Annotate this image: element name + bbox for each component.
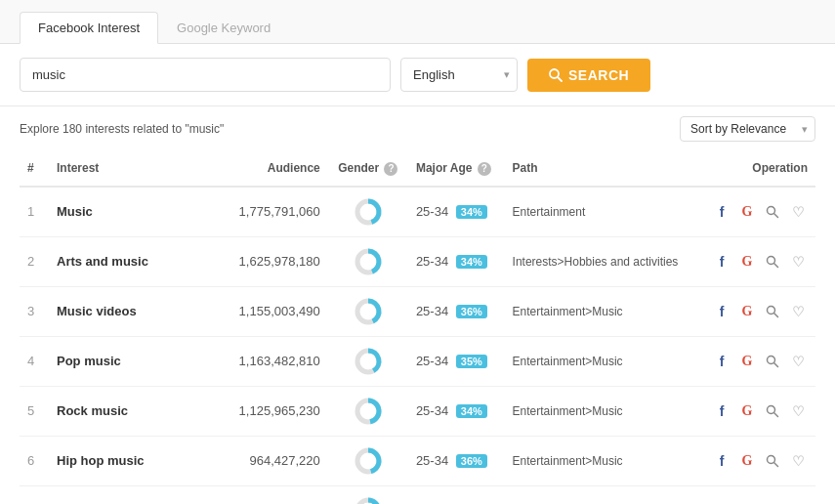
google-icon[interactable]: G (737, 352, 757, 371)
facebook-icon[interactable]: f (712, 401, 731, 421)
path-cell: Entertainment>Music (505, 485, 697, 504)
google-icon[interactable]: G (737, 501, 757, 505)
op-icons: f G ♡ (705, 401, 808, 421)
table-row: 2 Arts and music 1,625,978,180 25-34 34%… (20, 236, 815, 286)
audience-num: 895,941,590 (225, 485, 327, 504)
google-icon[interactable]: G (737, 401, 757, 421)
gender-info-icon[interactable]: ? (384, 162, 397, 176)
search-op-icon[interactable] (763, 252, 782, 272)
gender-donut (354, 446, 383, 476)
search-op-icon[interactable] (763, 501, 782, 505)
row-num: 3 (20, 286, 49, 336)
facebook-icon[interactable]: f (712, 352, 731, 371)
language-wrapper: English French Spanish (400, 58, 518, 92)
facebook-icon[interactable]: f (712, 202, 731, 222)
facebook-icon[interactable]: f (712, 302, 731, 321)
table-row: 4 Pop music 1,163,482,810 25-34 35% Ente… (20, 336, 815, 386)
svg-point-3 (362, 206, 374, 218)
op-icons: f G ♡ (705, 451, 808, 471)
google-icon[interactable]: G (737, 302, 757, 321)
row-num: 5 (20, 386, 49, 436)
age-badge: 34% (456, 205, 487, 219)
heart-icon[interactable]: ♡ (788, 501, 808, 505)
major-age-cell: 25-34 36% (408, 436, 505, 485)
col-num: # (20, 151, 49, 187)
operation-cell: f G ♡ (697, 286, 815, 336)
svg-line-9 (774, 263, 778, 267)
major-age-cell: 25-34 35% (408, 336, 505, 386)
op-icons: f G ♡ (705, 252, 808, 272)
interest-name: Arts and music (49, 236, 225, 286)
operation-cell: f G ♡ (697, 187, 815, 237)
path-cell: Entertainment (505, 187, 697, 237)
sort-select[interactable]: Sort by Relevance Sort by Audience Sort … (680, 116, 815, 142)
op-icons: f G ♡ (705, 302, 808, 321)
age-info-icon[interactable]: ? (478, 162, 491, 176)
tab-facebook-interest[interactable]: Facebook Interest (20, 12, 158, 44)
search-op-icon[interactable] (763, 302, 782, 321)
search-input[interactable] (20, 58, 391, 92)
major-age-cell: 25-34 34% (408, 236, 505, 286)
age-badge: 35% (456, 355, 487, 368)
gender-donut (354, 297, 383, 326)
col-interest: Interest (49, 151, 225, 187)
tab-google-keyword[interactable]: Google Keyword (158, 12, 289, 44)
path-cell: Entertainment>Music (505, 336, 697, 386)
col-operation: Operation (697, 151, 815, 187)
heart-icon[interactable]: ♡ (788, 352, 808, 371)
col-gender: Gender ? (328, 151, 408, 187)
search-op-icon[interactable] (763, 451, 782, 471)
table-body: 1 Music 1,775,791,060 25-34 34% Entertai… (20, 187, 815, 505)
audience-num: 1,125,965,230 (225, 386, 327, 436)
gender-cell (328, 386, 408, 436)
path-cell: Entertainment>Music (505, 436, 697, 485)
search-op-icon[interactable] (763, 352, 782, 371)
heart-icon[interactable]: ♡ (788, 401, 808, 421)
interest-name: Music (49, 187, 225, 237)
search-button-label: SEARCH (568, 67, 629, 83)
gender-cell (328, 187, 408, 237)
operation-cell: f G ♡ (697, 436, 815, 485)
row-num: 7 (20, 485, 49, 504)
audience-num: 1,155,003,490 (225, 286, 327, 336)
operation-cell: f G ♡ (697, 236, 815, 286)
results-table: # Interest Audience Gender ? Major Age ?… (20, 151, 815, 504)
facebook-icon[interactable]: f (712, 252, 731, 272)
age-badge: 34% (456, 255, 487, 269)
op-icons: f G ♡ (705, 202, 808, 222)
major-age-cell: 25-34 34% (408, 386, 505, 436)
results-header: Explore 180 interests related to "music"… (0, 106, 835, 151)
gender-cell (328, 286, 408, 336)
operation-cell: f G ♡ (697, 336, 815, 386)
table-header-row: # Interest Audience Gender ? Major Age ?… (20, 151, 815, 187)
age-badge: 36% (456, 305, 487, 318)
search-op-icon[interactable] (763, 202, 782, 222)
interest-name: Pop music (49, 336, 225, 386)
google-icon[interactable]: G (737, 252, 757, 272)
row-num: 6 (20, 436, 49, 485)
major-age-cell: 25-34 36% (408, 286, 505, 336)
language-select[interactable]: English French Spanish (400, 58, 518, 92)
major-age-cell: 25-34 35% (408, 485, 505, 504)
facebook-icon[interactable]: f (712, 451, 731, 471)
path-cell: Entertainment>Music (505, 286, 697, 336)
major-age-cell: 25-34 34% (408, 187, 505, 237)
audience-num: 1,163,482,810 (225, 336, 327, 386)
gender-donut (354, 397, 383, 426)
google-icon[interactable]: G (737, 202, 757, 222)
heart-icon[interactable]: ♡ (788, 451, 808, 471)
interest-name: Electronic music (49, 485, 225, 504)
gender-cell (328, 336, 408, 386)
audience-num: 1,625,978,180 (225, 236, 327, 286)
search-bar: English French Spanish SEARCH (0, 44, 835, 106)
heart-icon[interactable]: ♡ (788, 252, 808, 272)
facebook-icon[interactable]: f (712, 501, 731, 505)
heart-icon[interactable]: ♡ (788, 302, 808, 321)
age-badge: 36% (456, 454, 487, 468)
table-container: # Interest Audience Gender ? Major Age ?… (0, 151, 835, 504)
heart-icon[interactable]: ♡ (788, 202, 808, 222)
search-op-icon[interactable] (763, 401, 782, 421)
row-num: 2 (20, 236, 49, 286)
google-icon[interactable]: G (737, 451, 757, 471)
search-button[interactable]: SEARCH (527, 59, 650, 92)
